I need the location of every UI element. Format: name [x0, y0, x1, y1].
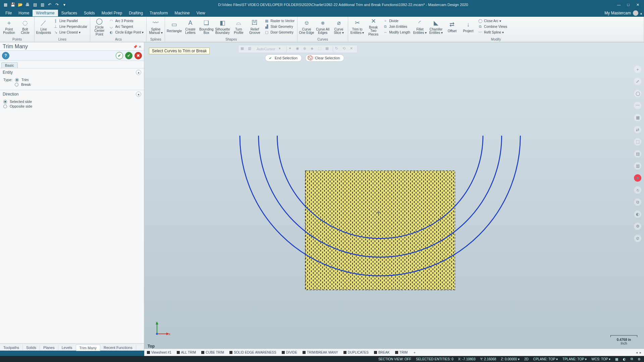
maximize-button[interactable]: □	[626, 2, 631, 7]
raster-vector-button[interactable]: ▦Raster to Vector	[263, 18, 296, 23]
ribbon-group-lines: ／Line Endpoints ∥Line Parallel ⊥Line Per…	[35, 17, 90, 42]
edge-icon: ◐	[109, 30, 114, 35]
combine-views-button[interactable]: ⧉Combine Views	[477, 24, 508, 29]
menu-file[interactable]: File	[2, 10, 15, 16]
menu-view[interactable]: View	[193, 10, 209, 16]
perp-icon: ⊥	[53, 24, 58, 29]
avatar-icon[interactable]	[633, 10, 638, 16]
line-icon: ／	[40, 19, 48, 27]
door-icon: ▢	[264, 30, 269, 35]
save-icon[interactable]: 💾	[10, 2, 15, 7]
line-perpendicular-button[interactable]: ⊥Line Perpendicular	[52, 24, 89, 29]
minimize-button[interactable]: —	[616, 2, 621, 7]
menu-machine[interactable]: Machine	[171, 10, 193, 16]
closest-icon: ↘	[53, 30, 58, 35]
modlen-icon: ↔	[383, 30, 388, 35]
chamfer-entities-button[interactable]: ◣Chamfer Entities ▾	[428, 17, 444, 36]
trim-entities-button[interactable]: ✂Trim to Entities ▾	[350, 17, 365, 36]
join-icon: ⧉	[383, 24, 388, 29]
slice-icon: ⌀	[335, 19, 343, 27]
menu-transform[interactable]: Transform	[146, 10, 171, 16]
arc-3points-button[interactable]: ◠Arc 3 Points	[108, 18, 145, 23]
ribbon-collapse-icon[interactable]: ▴	[640, 11, 642, 15]
project-button[interactable]: ↓Project	[461, 17, 476, 36]
trim-icon: ✂	[353, 19, 361, 27]
menu-right: My Mastercam ▴	[604, 10, 642, 16]
line-endpoints-button[interactable]: ／Line Endpoints	[36, 17, 51, 36]
circle-edge-button[interactable]: ◐Circle Edge Point ▾	[108, 29, 145, 35]
line-closest-button[interactable]: ↘Line Closest ▾	[52, 29, 89, 35]
break-icon: ✕	[369, 17, 377, 25]
book-icon[interactable]: ▤	[32, 2, 38, 7]
circle-icon: ◯	[95, 17, 103, 25]
relief-groove-button[interactable]: 凹Relief Groove	[247, 17, 262, 36]
curve1-icon: ⎊	[303, 19, 311, 27]
bolt-circle-button[interactable]: ◌Bolt Circle	[17, 17, 33, 36]
close-button[interactable]: ✕	[635, 2, 640, 7]
point-position-label: Point Position	[3, 28, 15, 35]
point-position-button[interactable]: ＋Point Position	[1, 17, 17, 36]
refit-icon: 〰	[478, 30, 483, 35]
combine-icon: ⧉	[478, 24, 483, 29]
menu-home[interactable]: Home	[15, 10, 33, 16]
close-arc-button[interactable]: ◯Close Arc ▾	[477, 18, 508, 23]
letters-icon: A	[186, 19, 194, 27]
curve-slice-button[interactable]: ⌀Curve Slice ▾	[331, 17, 346, 36]
create-letters-button[interactable]: ACreate Letters	[182, 17, 198, 36]
menu-solids[interactable]: Solids	[80, 10, 98, 16]
closearc-icon: ◯	[478, 18, 483, 23]
quick-access-toolbar: ▦ 💾 📂 🖶 ▤ ▥ ↶ ↷ ▾	[0, 2, 70, 7]
print-icon[interactable]: 🖶	[25, 2, 30, 7]
ribbon-group-points: ＋Point Position ◌Bolt Circle Points	[0, 17, 35, 42]
ribbon-group-arcs-label: Arcs	[92, 37, 145, 42]
rectangle-button[interactable]: ▭Rectangle	[166, 17, 182, 36]
join-entities-button[interactable]: ⧉Join Entities	[382, 24, 412, 29]
ribbon-group-lines-label: Lines	[36, 37, 89, 42]
curveall-icon: ⎈	[319, 19, 327, 27]
dropdown-icon[interactable]: ▾	[62, 2, 67, 7]
fillet-icon: ◜	[416, 19, 424, 27]
break-two-button[interactable]: ✕Break Two Pieces	[366, 17, 381, 36]
bounding-box-button[interactable]: ❏Bounding Box	[199, 17, 214, 36]
ribbon-group-splines-label: Splines	[148, 37, 163, 42]
clipboard-icon[interactable]: ▥	[40, 2, 45, 7]
divide-icon: ÷	[383, 18, 388, 23]
raster-icon: ▦	[264, 18, 269, 23]
menu-drafting[interactable]: Drafting	[125, 10, 146, 16]
spline-manual-button[interactable]: 〰Spline Manual ▾	[148, 17, 163, 36]
menu-surfaces[interactable]: Surfaces	[58, 10, 80, 16]
menu-modelprep[interactable]: Model Prep	[98, 10, 125, 16]
line-parallel-button[interactable]: ∥Line Parallel	[52, 18, 89, 23]
offset-icon: ⇄	[448, 21, 456, 29]
modify-length-button[interactable]: ↔Modify Length	[382, 29, 412, 35]
open-icon[interactable]: 📂	[17, 2, 23, 7]
ribbon-group-arcs: ◯Circle Center Point ◠Arc 3 Points ◡Arc …	[90, 17, 147, 42]
ribbon-group-modify: ✂Trim to Entities ▾ ✕Break Two Pieces ÷D…	[348, 17, 644, 42]
ribbon-group-shapes: ▭Rectangle ACreate Letters ❏Bounding Box…	[165, 17, 298, 42]
rect-icon: ▭	[170, 21, 178, 29]
new-icon[interactable]: ▦	[3, 2, 8, 7]
bbox-icon: ❏	[202, 19, 210, 27]
arc-tangent-button[interactable]: ◡Arc Tangent	[108, 24, 145, 29]
redo-icon[interactable]: ↷	[54, 2, 60, 7]
refit-spline-button[interactable]: 〰Refit Spline ▾	[477, 29, 508, 35]
my-mastercam-label[interactable]: My Mastercam	[604, 11, 631, 15]
offset-button[interactable]: ⇄Offset	[444, 17, 460, 36]
stair-geometry-button[interactable]: ▟Stair Geometry	[263, 24, 296, 29]
door-geometry-button[interactable]: ▢Door Geometry	[263, 29, 296, 35]
plus-icon: ＋	[5, 19, 13, 27]
turn-profile-button[interactable]: ⌓Turn Profile	[231, 17, 246, 36]
menu-wireframe[interactable]: Wireframe	[33, 10, 58, 16]
ribbon: ＋Point Position ◌Bolt Circle Points ／Lin…	[0, 17, 644, 42]
undo-icon[interactable]: ↶	[47, 2, 52, 7]
circle-center-label: Circle Center Point	[92, 26, 107, 37]
window-controls: — □ ✕	[616, 2, 644, 7]
circle-center-button[interactable]: ◯Circle Center Point	[92, 17, 107, 36]
divide-button[interactable]: ÷Divide	[382, 18, 412, 23]
silhouette-button[interactable]: ◧Silhouette Boundary	[215, 17, 230, 36]
curve-all-edges-button[interactable]: ⎈Curve All Edges	[315, 17, 330, 36]
fillet-entities-button[interactable]: ◜Fillet Entities ▾	[412, 17, 428, 36]
ribbon-group-points-label: Points	[1, 37, 33, 42]
curve-one-edge-button[interactable]: ⎊Curve One Edge	[299, 17, 314, 36]
spline-manual-label: Spline Manual ▾	[149, 28, 163, 35]
